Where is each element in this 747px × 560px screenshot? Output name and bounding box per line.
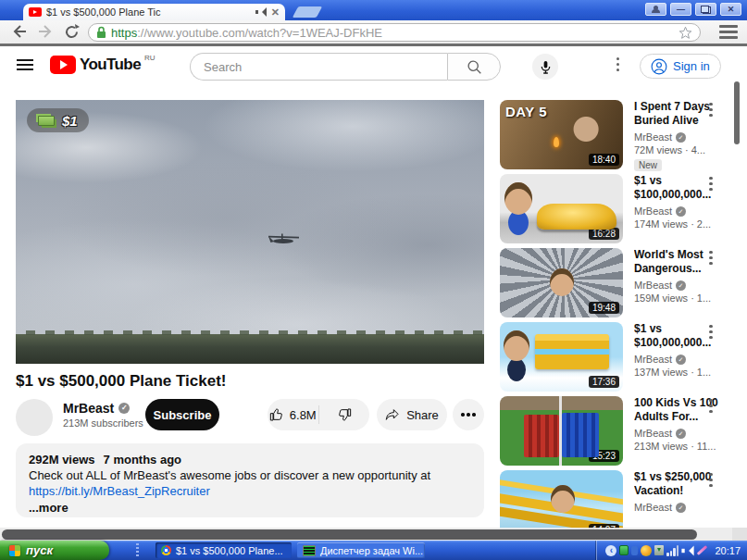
kebab-icon bbox=[709, 399, 712, 402]
horizontal-scrollbar[interactable] bbox=[0, 528, 747, 541]
video-meta: 174M views · 2... bbox=[634, 218, 710, 230]
scrollbar-corner bbox=[732, 528, 747, 541]
related-video-5[interactable]: 15:23 100 Kids Vs 100 Adults For... MrBe… bbox=[500, 396, 720, 468]
video-meta: 213M views · 11... bbox=[634, 441, 710, 452]
horizontal-scrollbar-thumb[interactable] bbox=[2, 529, 697, 540]
video-player[interactable]: $1 bbox=[16, 100, 484, 364]
search-button[interactable] bbox=[447, 53, 501, 81]
tray-pen-icon[interactable] bbox=[697, 545, 708, 555]
video-channel[interactable]: MrBeast bbox=[634, 502, 710, 513]
like-dislike-bar: 6.8M bbox=[268, 399, 369, 430]
sign-in-button[interactable]: Sign in bbox=[640, 54, 721, 79]
video-channel[interactable]: MrBeast bbox=[634, 428, 710, 439]
channel-avatar[interactable] bbox=[16, 399, 53, 436]
tray-antivirus-icon[interactable] bbox=[619, 545, 629, 555]
minimize-button[interactable]: — bbox=[670, 3, 691, 16]
video-menu-button[interactable] bbox=[705, 103, 716, 119]
youtube-logo-text: YouTube bbox=[80, 56, 141, 74]
video-menu-button[interactable] bbox=[705, 325, 716, 342]
browser-tab[interactable]: $1 vs $500,000 Plane Tic ✕ bbox=[23, 4, 285, 20]
video-menu-button[interactable] bbox=[705, 177, 716, 193]
thumb-down-icon bbox=[337, 407, 352, 422]
youtube-logo[interactable]: YouTube RU bbox=[50, 56, 156, 74]
bookmark-star-icon[interactable] bbox=[679, 26, 692, 40]
close-button[interactable]: ✕ bbox=[720, 3, 741, 16]
channel-name[interactable]: MrBeast bbox=[63, 401, 130, 416]
related-video-4[interactable]: 17:36 $1 vs $100,000,000... MrBeast 137M… bbox=[500, 322, 720, 394]
guide-hamburger-icon[interactable] bbox=[17, 59, 33, 70]
share-button[interactable]: Share bbox=[377, 399, 447, 430]
browser-toolbar: https://www.youtube.com/watch?v=1WEAJ-DF… bbox=[0, 20, 747, 46]
header-kebab-icon[interactable] bbox=[616, 57, 620, 72]
person-icon bbox=[651, 58, 667, 75]
kebab-icon bbox=[709, 177, 712, 180]
taskbar-item-task-manager[interactable]: Диспетчер задач Wi... bbox=[297, 542, 425, 558]
upload-date: 7 months ago bbox=[104, 452, 182, 467]
voice-search-button[interactable] bbox=[532, 54, 558, 80]
tray-update-icon[interactable] bbox=[641, 545, 652, 556]
video-thumbnail[interactable]: 16:28 bbox=[500, 174, 623, 243]
video-thumbnail[interactable]: 15:23 bbox=[500, 396, 623, 466]
back-button[interactable] bbox=[9, 22, 30, 41]
video-frame-treeline bbox=[16, 334, 484, 364]
network-signal-icon[interactable] bbox=[666, 545, 679, 556]
video-thumbnail[interactable]: 19:48 bbox=[500, 248, 623, 317]
video-duration: 17:36 bbox=[589, 376, 619, 388]
kebab-icon bbox=[709, 103, 712, 106]
description-box[interactable]: 292M views 7 months ago Check out ALL of… bbox=[16, 443, 484, 517]
video-channel[interactable]: MrBeast bbox=[634, 354, 710, 365]
verified-icon bbox=[676, 355, 686, 365]
dislike-button[interactable] bbox=[319, 407, 370, 422]
related-video-3[interactable]: 19:48 World's Most Dangerous... MrBeast … bbox=[500, 248, 720, 320]
kebab-icon bbox=[709, 251, 712, 254]
subscribe-button[interactable]: Subscribe bbox=[145, 399, 219, 430]
task-label: Диспетчер задач Wi... bbox=[320, 545, 423, 556]
volume-icon[interactable] bbox=[682, 545, 694, 555]
new-tab-button[interactable] bbox=[293, 6, 322, 18]
refresh-button[interactable] bbox=[61, 22, 81, 41]
video-overlay-price-badge: $1 bbox=[27, 108, 89, 132]
video-menu-button[interactable] bbox=[705, 473, 716, 490]
verified-icon bbox=[676, 503, 686, 513]
forward-button[interactable] bbox=[35, 22, 56, 41]
microphone-icon bbox=[540, 60, 552, 74]
tab-close-icon[interactable]: ✕ bbox=[271, 7, 280, 17]
video-thumbnail[interactable]: DAY 5 18:40 bbox=[500, 100, 623, 169]
youtube-favicon-icon bbox=[29, 7, 42, 17]
search-input[interactable] bbox=[190, 53, 447, 81]
tab-audio-icon[interactable] bbox=[255, 7, 267, 17]
like-count: 6.8M bbox=[290, 408, 317, 422]
taskbar-item-browser[interactable]: $1 vs $500,000 Plane... bbox=[156, 542, 292, 558]
video-channel[interactable]: MrBeast bbox=[634, 205, 710, 217]
video-duration: 15:23 bbox=[589, 450, 619, 462]
sign-in-label: Sign in bbox=[673, 59, 710, 73]
restore-button[interactable] bbox=[695, 3, 716, 16]
tray-download-icon[interactable] bbox=[654, 545, 664, 555]
video-menu-button[interactable] bbox=[705, 251, 716, 268]
related-video-2[interactable]: 16:28 $1 vs $100,000,000... MrBeast 174M… bbox=[500, 174, 720, 246]
like-button[interactable]: 6.8M bbox=[268, 407, 318, 422]
show-more-button[interactable]: ...more bbox=[29, 500, 471, 516]
address-bar[interactable]: https://www.youtube.com/watch?v=1WEAJ-DF… bbox=[88, 23, 701, 42]
video-thumbnail[interactable]: 17:36 bbox=[500, 322, 623, 392]
ellipsis-icon bbox=[461, 413, 464, 416]
tray-device-icon[interactable] bbox=[631, 546, 638, 555]
verified-icon bbox=[676, 206, 686, 217]
new-badge: New bbox=[634, 159, 662, 171]
more-actions-button[interactable] bbox=[453, 399, 484, 430]
browser-menu-icon[interactable] bbox=[719, 25, 738, 39]
url-path: ://www.youtube.com/watch?v=1WEAJ-DFkHE bbox=[137, 26, 382, 40]
vertical-scrollbar-thumb[interactable] bbox=[734, 81, 740, 144]
video-channel[interactable]: MrBeast bbox=[634, 131, 710, 143]
video-info: $1 vs $250,000 Vacation! MrBeast bbox=[634, 470, 710, 515]
verified-icon bbox=[676, 429, 686, 439]
related-video-1[interactable]: DAY 5 18:40 I Spent 7 Days Buried Alive … bbox=[500, 100, 720, 172]
video-meta: 72M views · 4... bbox=[634, 144, 710, 156]
profile-window-button[interactable] bbox=[645, 3, 666, 16]
start-button[interactable]: пуск bbox=[0, 541, 109, 560]
description-link[interactable]: https://bit.ly/MrBeast_ZipRecruiter bbox=[29, 483, 471, 499]
hide-icons-chevron-icon[interactable]: ‹ bbox=[605, 545, 616, 556]
video-channel[interactable]: MrBeast bbox=[634, 280, 710, 291]
video-menu-button[interactable] bbox=[705, 399, 716, 416]
video-meta: 159M views · 1... bbox=[634, 292, 710, 304]
